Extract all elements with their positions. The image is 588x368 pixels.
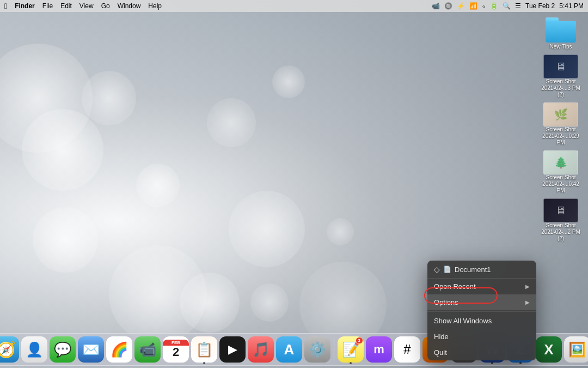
dock-icon-facetime[interactable]: 📹 (134, 336, 161, 363)
dock-icon-slack[interactable]: # (394, 336, 420, 363)
wifi-icon[interactable]: 📶 (469, 2, 477, 10)
video-icon[interactable]: 📹 (432, 2, 440, 10)
options-arrow: ▶ (525, 299, 530, 305)
context-menu-header: ◇ 📄 Document1 (427, 261, 536, 279)
context-menu-hide[interactable]: Hide (427, 329, 536, 345)
desktop-icons: New Tips 🖥 Screen Shot 2021-02-...3 PM (… (539, 16, 583, 242)
menubar-view[interactable]: View (79, 2, 94, 10)
dock-separator (334, 339, 334, 360)
desktop-icon-screenshot1[interactable]: 🖥 Screen Shot 2021-02-...3 PM (2) (539, 55, 583, 98)
menubar-finder[interactable]: Finder (15, 2, 35, 10)
dock-icon-notes[interactable]: 📝 3 (338, 336, 364, 363)
open-recent-label: Open Recent (434, 282, 476, 291)
menubar-file[interactable]: File (42, 2, 53, 10)
context-menu-title: Document1 (455, 266, 491, 274)
menubar-edit[interactable]: Edit (60, 2, 72, 10)
context-menu-open-recent[interactable]: Open Recent ▶ (427, 279, 536, 294)
dock-icon-system-prefs[interactable]: ⚙️ (304, 336, 330, 363)
dock-icon-messenger[interactable]: m (366, 336, 392, 363)
desktop-icon-screenshot4[interactable]: 🖥 Screen Shot 2021-02-...2 PM (2) (539, 198, 583, 242)
dock-icon-contacts[interactable]: 👤 (21, 336, 47, 363)
screenshot1-label: Screen Shot 2021-02-...3 PM (2) (540, 79, 582, 98)
context-menu: ◇ 📄 Document1 Open Recent ▶ Options ▶ Sh… (427, 261, 536, 360)
context-menu-quit[interactable]: Quit (427, 345, 536, 360)
desktop-icon-screenshot3[interactable]: 🌲 Screen Shot 2021-02-...0:42 PM (539, 150, 583, 194)
weixin-icon[interactable]: 🔘 (444, 2, 452, 10)
options-label: Options (434, 298, 458, 306)
quit-label: Quit (434, 348, 447, 357)
desktop-icon-screenshot2[interactable]: 🌿 Screen Shot 2021-02-...0:29 PM (539, 102, 583, 146)
bluetooth-icon[interactable]: ⬦ (482, 2, 486, 10)
menubar-help[interactable]: Help (148, 2, 162, 10)
dock-icon-messages[interactable]: 💬 (50, 336, 76, 363)
dock-icon-music[interactable]: 🎵 (248, 336, 274, 363)
dock-icon-reminders[interactable]: 📋 (191, 336, 217, 363)
screenshot2-label: Screen Shot 2021-02-...0:29 PM (540, 126, 582, 146)
new-tips-label: New Tips (549, 44, 572, 50)
search-icon[interactable]: 🔍 (503, 2, 511, 10)
menubar-go[interactable]: Go (101, 2, 110, 10)
desktop-icon-new-tips[interactable]: New Tips (539, 16, 583, 50)
apple-menu[interactable]:  (4, 2, 7, 10)
paprika-menu-icon[interactable]: ⚡ (457, 2, 465, 10)
dock-icon-calendar[interactable]: FEB 2 (163, 336, 189, 363)
dock-icon-mail[interactable]: ✉️ (78, 336, 104, 363)
document-icon: ◇ (434, 265, 440, 274)
context-menu-options[interactable]: Options ▶ (427, 294, 536, 310)
time-display: 5:41 PM (559, 2, 584, 10)
datetime-display: Tue Feb 2 (525, 2, 555, 10)
file-icon: 📄 (443, 266, 451, 273)
menubar-window[interactable]: Window (118, 2, 141, 10)
dock-icon-appletv[interactable]: ▶ (219, 336, 246, 363)
menubar:  Finder File Edit View Go Window Help 📹… (0, 0, 588, 12)
screenshot3-label: Screen Shot 2021-02-...0:42 PM (540, 174, 582, 194)
battery-icon[interactable]: 🔋 (490, 2, 498, 10)
dock-icon-appstore[interactable]: A (276, 336, 302, 363)
context-menu-show-all-windows[interactable]: Show All Windows (427, 313, 536, 329)
dock-icon-preview[interactable]: 🖼️ (564, 336, 588, 363)
show-all-windows-label: Show All Windows (434, 317, 492, 325)
screenshot4-label: Screen Shot 2021-02-...2 PM (2) (540, 222, 582, 242)
hide-label: Hide (434, 333, 449, 341)
dock-icon-excel[interactable]: X (536, 336, 562, 363)
dock-icon-safari[interactable]: 🧭 (0, 336, 19, 363)
open-recent-arrow: ▶ (525, 283, 530, 289)
dock-icon-photos[interactable]: 🌈 (106, 336, 132, 363)
context-menu-divider (427, 311, 536, 312)
notification-icon[interactable]: ☰ (515, 2, 521, 10)
